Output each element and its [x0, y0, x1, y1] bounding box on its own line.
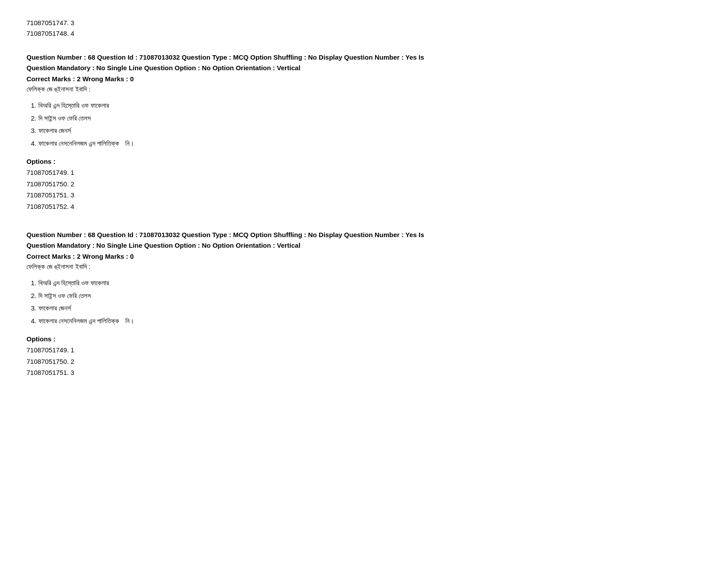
question-meta-2: Question Number : 68 Question Id : 71087…	[26, 230, 702, 251]
ni-mark-1: নি।	[125, 137, 134, 150]
question-block-1: Question Number : 68 Question Id : 71087…	[26, 52, 702, 212]
option-id-2-3: 71087051751. 3	[26, 367, 702, 378]
question-meta-line2-1: Question Mandatory : No Single Line Ques…	[26, 63, 702, 73]
question-meta-1: Question Number : 68 Question Id : 71087…	[26, 52, 702, 73]
top-id-item-1: 71087051747. 3	[26, 18, 702, 28]
option-id-1-1: 71087051749. 1	[26, 167, 702, 178]
question-meta-line1-2: Question Number : 68 Question Id : 71087…	[26, 230, 702, 240]
option-1-2: 2. দি সাইন্স ওফ ফেরি তেলস	[31, 112, 702, 125]
top-id-list: 71087051747. 3 71087051748. 4	[26, 18, 702, 39]
option-id-1-2: 71087051750. 2	[26, 178, 702, 190]
options-label-1: Options :	[26, 158, 702, 165]
option-1-1: 1. থিঅরি এন্দ হিস্তোরি ওফ ফাকেলার	[31, 99, 702, 112]
option-2-3: 3. ফাকেলার জেনর্স	[31, 302, 702, 315]
question-meta-line1-1: Question Number : 68 Question Id : 71087…	[26, 52, 702, 63]
answer-options-1: 1. থিঅরি এন্দ হিস্তোরি ওফ ফাকেলার 2. দি …	[31, 99, 702, 150]
answer-options-2: 1. থিঅরি এন্দ হিস্তোরি ওফ ফাকেলার 2. দি …	[31, 277, 702, 327]
option-id-1-3: 71087051751. 3	[26, 189, 702, 201]
option-id-1-4: 71087051752. 4	[26, 201, 702, 212]
option-ids-1: 71087051749. 1 71087051750. 2 7108705175…	[26, 167, 702, 212]
option-id-2-1: 71087051749. 1	[26, 344, 702, 356]
option-1-3: 3. ফাকেলার জেনর্স	[31, 125, 702, 137]
option-1-4: 4. ফাকেলার নেসনেনিলজম এন্দ পালিতিক্ক নি।	[31, 137, 702, 150]
question-text-2: ফেলিক্ক জে ঙ্ইনাসনা ইবাদি :	[26, 263, 702, 271]
marks-1: Correct Marks : 2 Wrong Marks : 0	[26, 75, 702, 83]
option-2-1: 1. থিঅরি এন্দ হিস্তোরি ওফ ফাকেলার	[31, 277, 702, 290]
option-id-2-2: 71087051750. 2	[26, 356, 702, 367]
option-ids-2: 71087051749. 1 71087051750. 2 7108705175…	[26, 344, 702, 378]
question-block-2: Question Number : 68 Question Id : 71087…	[26, 230, 702, 378]
option-2-4: 4. ফাকেলার নেসনেনিলজম এন্দ পালিতিক্ক নি।	[31, 315, 702, 328]
question-meta-line2-2: Question Mandatory : No Single Line Ques…	[26, 240, 702, 251]
marks-2: Correct Marks : 2 Wrong Marks : 0	[26, 253, 702, 260]
top-id-item-2: 71087051748. 4	[26, 28, 702, 39]
options-label-2: Options :	[26, 335, 702, 343]
ni-mark-2: নি।	[125, 315, 134, 328]
option-2-2: 2. দি সাইন্স ওফ ফেরি তেলস	[31, 290, 702, 302]
question-text-1: ফেলিক্ক জে ঙ্ইনাসনা ইবাদি :	[26, 85, 702, 93]
